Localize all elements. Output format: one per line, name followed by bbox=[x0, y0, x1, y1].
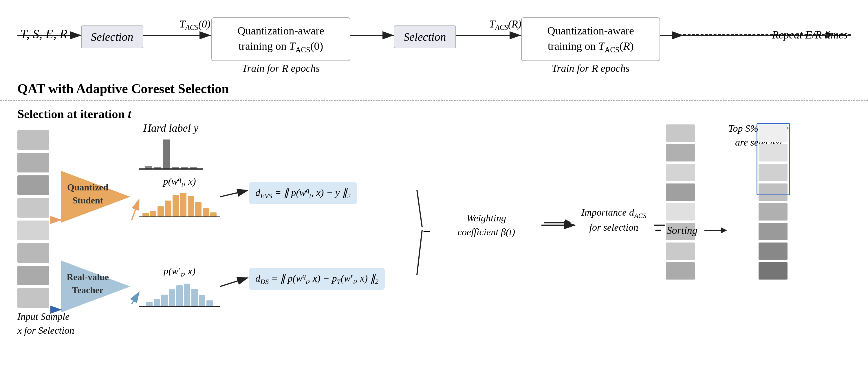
sdbar-7 bbox=[188, 196, 194, 216]
input-samples-col bbox=[18, 130, 49, 308]
sorting-arrow bbox=[705, 230, 722, 231]
tdbar-2 bbox=[154, 299, 160, 306]
qat-title: QAT with Adaptive Coreset Selection bbox=[18, 81, 229, 96]
diagram-container: T, S, E, R Selection TACS(0) Quantizatio… bbox=[0, 0, 868, 371]
student-label: QuantizedStudent bbox=[66, 181, 110, 207]
sdbar-10 bbox=[210, 212, 217, 216]
student-dist-baseline bbox=[139, 216, 220, 217]
tser-label: T, S, E, R bbox=[20, 27, 67, 41]
unsorted-7 bbox=[666, 242, 695, 260]
minus-bullet: − bbox=[423, 223, 431, 240]
bar-1 bbox=[145, 166, 152, 168]
teacher-dist-label: p(wrt, x) bbox=[139, 265, 220, 278]
sdbar-8 bbox=[195, 202, 202, 216]
top-flow: T, S, E, R Selection TACS(0) Quantizatio… bbox=[18, 11, 850, 87]
sample-rect-5 bbox=[18, 221, 49, 240]
svg-line-4 bbox=[220, 278, 248, 286]
sdbar-6 bbox=[180, 193, 186, 216]
dashed-separator bbox=[0, 100, 868, 101]
sorting-arrow-head bbox=[721, 227, 727, 234]
sorted-6 bbox=[758, 223, 787, 240]
input-sample-label: Input Samplex for Selection bbox=[18, 310, 75, 337]
repeat-label: Repeat E/R times bbox=[772, 28, 848, 41]
teacher-dist-baseline bbox=[139, 306, 220, 307]
selection-box-2-inner: Selection bbox=[394, 26, 456, 48]
student-dist-section: p(wqt, x) bbox=[139, 175, 220, 217]
weight-arrow bbox=[544, 222, 567, 224]
sorted-3 bbox=[758, 164, 787, 181]
tdbar-4 bbox=[169, 290, 175, 306]
unsorted-2 bbox=[666, 144, 695, 162]
sorted-1 bbox=[758, 125, 787, 142]
t-acs-r-label: TACS(R) bbox=[489, 18, 521, 32]
qat-box-1: Quantization-awaretraining on TACS(0) bbox=[211, 18, 350, 61]
sorted-4 bbox=[758, 183, 787, 201]
unsorted-1 bbox=[666, 125, 695, 142]
sample-rect-6 bbox=[18, 243, 49, 263]
train-label-2: Train for R epochs bbox=[521, 62, 660, 74]
sample-rect-1 bbox=[18, 130, 49, 150]
sorted-7 bbox=[758, 242, 787, 260]
qat-box-2-text: Quantization-awaretraining on TACS(R) bbox=[547, 25, 634, 52]
tdbar-1 bbox=[146, 302, 153, 306]
hard-label-baseline bbox=[139, 168, 203, 170]
unsorted-3 bbox=[666, 164, 695, 181]
t-acs-0-label: TACS(0) bbox=[180, 18, 211, 32]
qat-box-1-text: Quantization-awaretraining on TACS(0) bbox=[238, 25, 324, 52]
bar-3 bbox=[163, 139, 170, 168]
selection-iteration-title: Selection at iteration t bbox=[18, 107, 850, 121]
hard-label-text: Hard label y bbox=[139, 122, 203, 134]
sdbar-1 bbox=[143, 213, 149, 216]
sorted-5 bbox=[758, 203, 787, 221]
tdbar-9 bbox=[207, 300, 213, 306]
sample-rect-8 bbox=[18, 288, 49, 308]
svg-line-6 bbox=[417, 190, 422, 227]
sorted-2 bbox=[758, 144, 787, 162]
selection-box-1-inner: Selection bbox=[81, 26, 143, 48]
svg-line-1 bbox=[132, 200, 139, 220]
sample-rect-7 bbox=[18, 266, 49, 285]
sorted-col-sorted bbox=[758, 125, 787, 279]
sample-rect-3 bbox=[18, 175, 49, 195]
tdbar-8 bbox=[199, 295, 205, 306]
formula-ds-box: dDS = ‖ p(wqt, x) − pT(wrt, x) ‖2 bbox=[249, 268, 385, 290]
sdbar-9 bbox=[203, 208, 209, 216]
teacher-label: Real-valueTeacher bbox=[66, 271, 110, 297]
student-triangle-container: QuantizedStudent bbox=[61, 171, 130, 223]
unsorted-5 bbox=[666, 203, 695, 221]
tdbar-7 bbox=[191, 289, 198, 306]
unsorted-8 bbox=[666, 262, 695, 279]
sdbar-4 bbox=[165, 201, 172, 216]
hard-label-section: Hard label y bbox=[139, 122, 203, 170]
train-label-1: Train for R epochs bbox=[211, 62, 350, 74]
student-dist-bars bbox=[139, 191, 220, 216]
svg-line-3 bbox=[132, 292, 139, 304]
tdbar-5 bbox=[176, 285, 183, 306]
teacher-dist-bars bbox=[139, 280, 220, 306]
bar-4 bbox=[172, 167, 179, 168]
importance-label: Importance dACSfor selection bbox=[576, 205, 651, 234]
teacher-dist-section: p(wrt, x) bbox=[139, 265, 220, 307]
unsorted-4 bbox=[666, 183, 695, 201]
sample-rect-4 bbox=[18, 198, 49, 217]
selection-box-2: Selection bbox=[394, 26, 456, 48]
bottom-section: Selection at iteration t Input Samplex f… bbox=[18, 107, 850, 362]
bar-6 bbox=[190, 167, 197, 168]
sdbar-5 bbox=[173, 195, 179, 216]
sorting-minus: − bbox=[654, 223, 662, 238]
sample-rect-2 bbox=[18, 153, 49, 172]
tdbar-3 bbox=[161, 295, 167, 306]
sorted-8 bbox=[758, 262, 787, 279]
tdbar-6 bbox=[184, 283, 190, 306]
svg-line-7 bbox=[417, 230, 422, 275]
bar-2 bbox=[154, 167, 161, 168]
student-dist-label: p(wqt, x) bbox=[139, 175, 220, 189]
hard-label-chart bbox=[139, 137, 203, 168]
svg-line-2 bbox=[220, 191, 248, 197]
weight-arrow-head bbox=[565, 220, 571, 225]
bar-5 bbox=[181, 167, 188, 168]
teacher-triangle-container: Real-valueTeacher bbox=[61, 261, 130, 312]
sdbar-2 bbox=[150, 211, 156, 216]
selection-box-1: Selection bbox=[81, 26, 143, 48]
formula-evs-box: dEVS = ‖ p(wqt, x) − y ‖2 bbox=[249, 182, 357, 204]
